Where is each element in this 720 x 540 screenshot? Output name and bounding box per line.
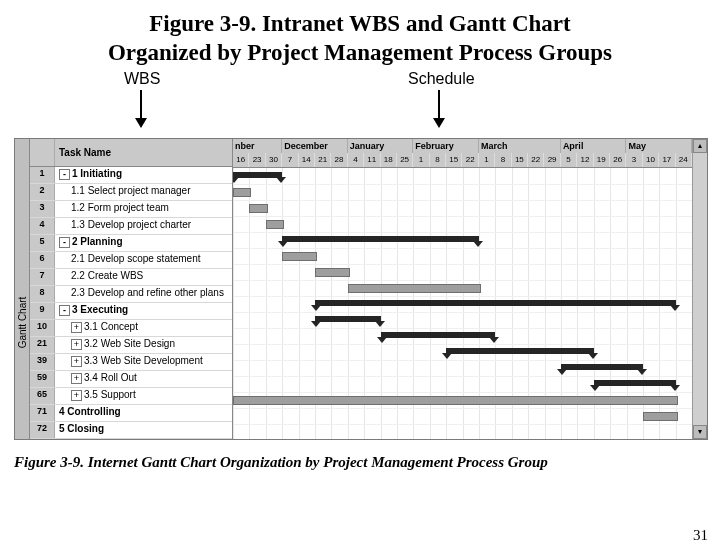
week-header: 8	[495, 153, 511, 167]
scroll-up-button[interactable]: ▴	[693, 139, 707, 153]
task-header-row: Task Name	[30, 139, 232, 167]
expand-icon[interactable]: +	[71, 390, 82, 401]
expand-icon[interactable]: +	[71, 322, 82, 333]
month-header: May	[626, 139, 692, 153]
week-header: 24	[676, 153, 692, 167]
schedule-arrow	[438, 90, 440, 126]
task-row[interactable]: 41.3 Develop project charter	[30, 218, 232, 235]
week-header: 1	[479, 153, 495, 167]
task-list: 1-1 Initiating21.1 Select project manage…	[30, 167, 232, 439]
week-header: 21	[315, 153, 331, 167]
week-header: 14	[299, 153, 315, 167]
task-row[interactable]: 62.1 Develop scope statement	[30, 252, 232, 269]
week-header: 18	[381, 153, 397, 167]
summary-bar[interactable]	[282, 236, 479, 242]
figure-title: Figure 3-9. Intranet WBS and Gantt Chart…	[40, 10, 680, 68]
week-header: 22	[462, 153, 478, 167]
week-header: 1	[413, 153, 429, 167]
view-tab-gantt[interactable]: Gantt Chart	[15, 139, 30, 439]
summary-bar[interactable]	[315, 300, 676, 306]
summary-bar[interactable]	[233, 172, 282, 178]
task-number: 7	[30, 269, 55, 285]
task-row[interactable]: 82.3 Develop and refine other plans	[30, 286, 232, 303]
gantt-body[interactable]	[233, 168, 692, 439]
task-number: 71	[30, 405, 55, 421]
expand-icon[interactable]: +	[71, 356, 82, 367]
task-bar[interactable]	[315, 268, 350, 277]
task-row[interactable]: 21+3.2 Web Site Design	[30, 337, 232, 354]
task-name: +3.5 Support	[55, 388, 232, 404]
week-header: 29	[544, 153, 560, 167]
month-header: February	[413, 139, 479, 153]
task-name: -3 Executing	[55, 303, 232, 319]
week-header: 25	[397, 153, 413, 167]
task-number: 10	[30, 320, 55, 336]
task-number: 9	[30, 303, 55, 319]
month-header: December	[282, 139, 348, 153]
month-header: nber	[233, 139, 282, 153]
task-column: Task Name 1-1 Initiating21.1 Select proj…	[30, 139, 233, 439]
task-name: +3.4 Roll Out	[55, 371, 232, 387]
week-header: 22	[528, 153, 544, 167]
wbs-label: WBS	[124, 70, 160, 88]
task-number: 4	[30, 218, 55, 234]
task-row[interactable]: 725 Closing	[30, 422, 232, 439]
task-row[interactable]: 5-2 Planning	[30, 235, 232, 252]
task-number: 39	[30, 354, 55, 370]
week-header: 19	[594, 153, 610, 167]
vertical-scrollbar[interactable]: ▴ ▾	[692, 139, 707, 439]
expand-icon[interactable]: +	[71, 373, 82, 384]
week-header: 15	[446, 153, 462, 167]
task-name: 1.2 Form project team	[55, 201, 232, 217]
month-header: January	[348, 139, 414, 153]
task-row[interactable]: 59+3.4 Roll Out	[30, 371, 232, 388]
callout-labels: WBS Schedule	[0, 68, 720, 110]
task-row[interactable]: 72.2 Create WBS	[30, 269, 232, 286]
week-header: 7	[282, 153, 298, 167]
task-bar[interactable]	[249, 204, 267, 213]
week-header: 28	[331, 153, 347, 167]
task-row[interactable]: 39+3.3 Web Site Development	[30, 354, 232, 371]
task-name: 1.3 Develop project charter	[55, 218, 232, 234]
collapse-icon[interactable]: -	[59, 237, 70, 248]
summary-bar[interactable]	[594, 380, 676, 386]
week-header: 12	[577, 153, 593, 167]
collapse-icon[interactable]: -	[59, 169, 70, 180]
week-header: 3	[626, 153, 642, 167]
summary-bar[interactable]	[561, 364, 643, 370]
task-bar[interactable]	[233, 396, 678, 405]
week-header: 26	[610, 153, 626, 167]
summary-bar[interactable]	[446, 348, 594, 354]
task-row[interactable]: 9-3 Executing	[30, 303, 232, 320]
task-number-header	[30, 139, 55, 166]
task-row[interactable]: 1-1 Initiating	[30, 167, 232, 184]
summary-bar[interactable]	[315, 316, 381, 322]
task-name: +3.2 Web Site Design	[55, 337, 232, 353]
task-name: -1 Initiating	[55, 167, 232, 183]
task-row[interactable]: 10+3.1 Concept	[30, 320, 232, 337]
task-bar[interactable]	[282, 252, 317, 261]
task-name: +3.1 Concept	[55, 320, 232, 336]
task-name: +3.3 Web Site Development	[55, 354, 232, 370]
week-header: 17	[659, 153, 675, 167]
scroll-down-button[interactable]: ▾	[693, 425, 707, 439]
task-name: 1.1 Select project manager	[55, 184, 232, 200]
task-row[interactable]: 714 Controlling	[30, 405, 232, 422]
task-name: 2.3 Develop and refine other plans	[55, 286, 232, 302]
collapse-icon[interactable]: -	[59, 305, 70, 316]
task-bar[interactable]	[643, 412, 678, 421]
task-name: 2.1 Develop scope statement	[55, 252, 232, 268]
task-bar[interactable]	[233, 188, 251, 197]
expand-icon[interactable]: +	[71, 339, 82, 350]
summary-bar[interactable]	[381, 332, 496, 338]
task-row[interactable]: 21.1 Select project manager	[30, 184, 232, 201]
week-header: 4	[348, 153, 364, 167]
task-bar[interactable]	[348, 284, 481, 293]
month-header: March	[479, 139, 561, 153]
task-row[interactable]: 65+3.5 Support	[30, 388, 232, 405]
task-row[interactable]: 31.2 Form project team	[30, 201, 232, 218]
week-header: 8	[430, 153, 446, 167]
week-header: 16	[233, 153, 249, 167]
task-number: 65	[30, 388, 55, 404]
task-bar[interactable]	[266, 220, 284, 229]
